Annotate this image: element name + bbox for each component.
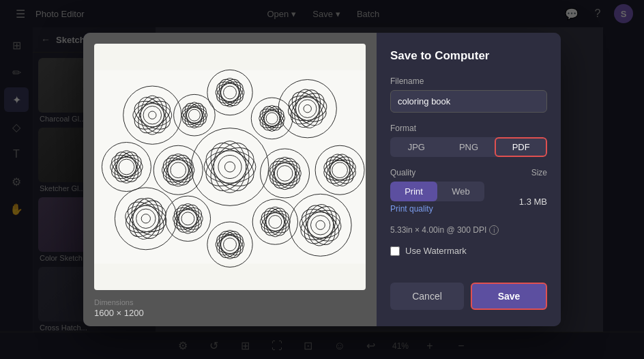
modal-footer: Cancel Save	[390, 283, 547, 310]
dimensions-text: 5.33in × 4.00in @ 300 DPI	[390, 225, 486, 235]
filename-input[interactable]	[390, 90, 547, 113]
dimensions-info-row: 5.33in × 4.00in @ 300 DPI i	[390, 225, 547, 235]
quality-size-row: Quality Print Web Print quality Size 1.3…	[390, 168, 547, 214]
quality-button-group: Print Web	[390, 182, 484, 201]
size-column: Size 1.3 MB	[493, 168, 547, 207]
modal-overlay: Dimensions 1600 × 1200 Save to Computer …	[0, 0, 644, 359]
modal-controls-panel: Save to Computer Filename Format JPG PNG…	[377, 33, 561, 326]
save-button[interactable]: Save	[471, 283, 547, 310]
preview-svg	[94, 44, 366, 290]
save-to-computer-modal: Dimensions 1600 × 1200 Save to Computer …	[83, 33, 561, 326]
modal-title: Save to Computer	[390, 49, 547, 63]
quality-print-button[interactable]: Print	[390, 182, 437, 201]
filename-label: Filename	[390, 76, 547, 86]
dimensions-label: Dimensions	[94, 298, 366, 306]
modal-preview-panel: Dimensions 1600 × 1200	[83, 33, 377, 326]
watermark-checkbox[interactable]	[390, 246, 400, 256]
preview-meta: Dimensions 1600 × 1200	[83, 290, 377, 326]
size-value: 1.3 MB	[493, 197, 547, 207]
watermark-label: Use Watermark	[405, 246, 467, 256]
format-label: Format	[390, 124, 547, 133]
quality-web-button[interactable]: Web	[437, 182, 484, 201]
cancel-button[interactable]: Cancel	[390, 283, 464, 310]
print-quality-link[interactable]: Print quality	[390, 204, 433, 214]
preview-image	[94, 44, 366, 290]
format-png-button[interactable]: PNG	[443, 137, 495, 157]
quality-column: Quality Print Web Print quality	[390, 168, 484, 214]
watermark-row: Use Watermark	[390, 246, 547, 256]
filename-field-group: Filename	[390, 76, 547, 113]
dimensions-value: 1600 × 1200	[94, 308, 366, 318]
info-icon[interactable]: i	[489, 225, 499, 235]
format-pdf-button[interactable]: PDF	[495, 137, 547, 157]
size-label: Size	[493, 168, 547, 177]
format-button-group: JPG PNG PDF	[390, 137, 547, 157]
format-jpg-button[interactable]: JPG	[390, 137, 443, 157]
quality-label: Quality	[390, 168, 484, 177]
format-field-group: Format JPG PNG PDF	[390, 124, 547, 157]
